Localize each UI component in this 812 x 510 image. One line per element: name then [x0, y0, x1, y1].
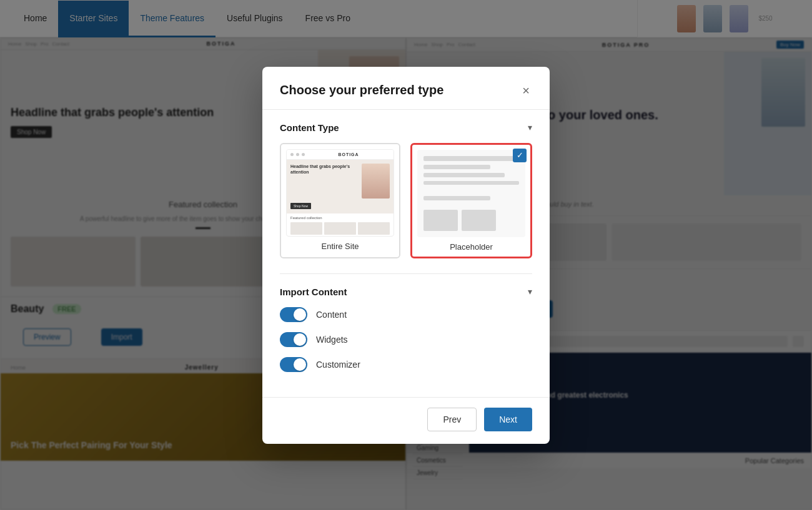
preview-header: BOTIGA [287, 150, 394, 160]
ph-block-1 [423, 210, 458, 231]
ph-line-4 [423, 181, 519, 185]
import-content-header: Import Content ▾ [280, 287, 532, 297]
content-type-header: Content Type ▾ [280, 122, 532, 133]
placeholder-label: Placeholder [417, 242, 525, 252]
preview-grid-item-1 [290, 222, 322, 235]
placeholder-card[interactable]: ✓ Placeholder [410, 143, 532, 258]
import-content-label: Import Content [280, 287, 347, 297]
modal-dialog: Choose your preferred type × Content Typ… [262, 67, 550, 444]
content-type-label: Content Type [280, 122, 339, 133]
entire-site-label: Entire Site [286, 242, 394, 251]
content-toggle[interactable] [280, 307, 307, 322]
nav-dot-1 [290, 153, 294, 156]
entire-site-card[interactable]: BOTIGA Headline that grabs people's atte… [280, 143, 400, 258]
prev-button[interactable]: Prev [427, 408, 477, 431]
toggle-content-row: Content [280, 307, 532, 322]
preview-logo: BOTIGA [307, 152, 390, 157]
content-toggle-label: Content [316, 310, 347, 320]
selected-checkmark-icon: ✓ [513, 149, 527, 162]
entire-site-preview: BOTIGA Headline that grabs people's atte… [286, 149, 394, 237]
nav-dot-3 [302, 153, 305, 156]
preview-grid [287, 222, 394, 237]
modal-title: Choose your preferred type [280, 83, 443, 97]
ph-line-2 [423, 165, 490, 169]
preview-grid-item-3 [358, 222, 390, 235]
widgets-toggle[interactable] [280, 332, 307, 347]
modal-footer: Prev Next [262, 397, 550, 444]
modal-close-button[interactable]: × [520, 82, 532, 99]
next-button[interactable]: Next [484, 408, 532, 431]
nav-dot-2 [296, 153, 299, 156]
ph-line-3 [423, 173, 505, 177]
customizer-toggle-label: Customizer [316, 360, 360, 370]
widgets-toggle-label: Widgets [316, 335, 348, 345]
placeholder-preview [417, 150, 525, 237]
widgets-toggle-knob [294, 333, 306, 346]
ph-line-1 [423, 156, 519, 161]
ph-line-5 [423, 196, 490, 200]
customizer-toggle[interactable] [280, 357, 307, 372]
ph-block-row [423, 210, 519, 231]
import-content-chevron-icon[interactable]: ▾ [528, 287, 532, 297]
content-toggle-knob [294, 308, 306, 321]
customizer-toggle-knob [294, 358, 306, 371]
preview-hero-section: Headline that grabs people's attention S… [287, 160, 394, 213]
toggle-widgets-row: Widgets [280, 332, 532, 347]
preview-featured: Featured collection [287, 213, 394, 222]
modal-body: Content Type ▾ BOTIGA Headline that grab… [262, 110, 550, 397]
ph-block-2 [462, 210, 496, 231]
modal-header: Choose your preferred type × [262, 67, 550, 110]
toggle-customizer-row: Customizer [280, 357, 532, 372]
preview-grid-item-2 [324, 222, 356, 235]
import-content-section: Import Content ▾ Content Widgets Cus [280, 273, 532, 372]
content-type-row: BOTIGA Headline that grabs people's atte… [280, 143, 532, 258]
content-type-chevron-icon[interactable]: ▾ [528, 122, 532, 132]
